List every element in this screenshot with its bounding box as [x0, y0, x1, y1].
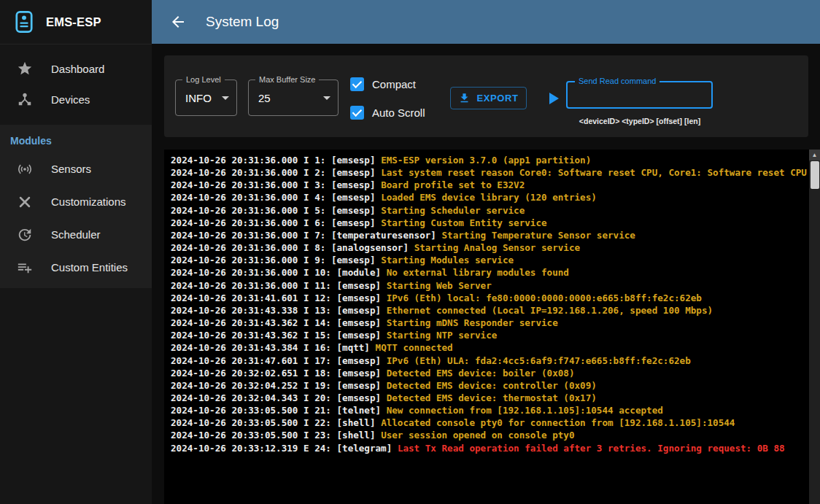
sidebar-item-label: Sensors	[51, 163, 91, 175]
send-play-icon[interactable]	[549, 93, 559, 104]
log-line-message: Detected EMS device: thermostat (0x17)	[387, 392, 597, 403]
log-line-meta: 2024-10-26 20:31:36.000 I 1: [emsesp]	[171, 155, 381, 166]
log-level-value: INFO	[185, 92, 212, 104]
log-line-meta: 2024-10-26 20:31:41.601 I 12: [emsesp]	[171, 292, 387, 303]
log-line-meta: 2024-10-26 20:33:05.500 I 23: [shell]	[171, 430, 381, 441]
log-line-meta: 2024-10-26 20:31:36.000 I 11: [emsesp]	[171, 280, 387, 291]
log-line: 2024-10-26 20:31:36.000 I 3: [emsesp] Bo…	[171, 179, 807, 191]
chevron-down-icon	[222, 96, 229, 100]
sidebar-nav: DashboardDevices	[0, 44, 152, 115]
export-button[interactable]: EXPORT	[450, 87, 527, 109]
update-clock-icon	[17, 227, 33, 243]
scrollbar-thumb[interactable]	[811, 161, 819, 189]
log-line: 2024-10-26 20:32:04.252 I 19: [emsesp] D…	[171, 379, 807, 392]
log-line-meta: 2024-10-26 20:33:05.500 I 21: [telnet]	[171, 405, 387, 416]
compact-option: Compact	[350, 76, 416, 92]
auto-scroll-label: Auto Scroll	[372, 106, 425, 119]
log-line: 2024-10-26 20:33:05.500 I 21: [telnet] N…	[171, 404, 807, 416]
log-line: 2024-10-26 20:31:36.000 I 2: [emsesp] La…	[171, 166, 807, 179]
log-line-meta: 2024-10-26 20:31:36.000 I 5: [emsesp]	[171, 205, 381, 216]
log-line: 2024-10-26 20:33:12.319 E 24: [telegram]…	[171, 442, 807, 454]
log-line: 2024-10-26 20:31:43.362 I 14: [emsesp] S…	[171, 317, 807, 329]
ems-esp-app: EMS-ESP DashboardDevices Modules Sensors…	[0, 0, 820, 504]
log-line-meta: 2024-10-26 20:31:36.000 I 7: [temperatur…	[171, 230, 442, 241]
star-icon	[17, 61, 33, 77]
log-line: 2024-10-26 20:31:41.601 I 12: [emsesp] I…	[171, 292, 807, 304]
log-line-message: Detected EMS device: controller (0x09)	[387, 380, 597, 391]
log-line-meta: 2024-10-26 20:32:04.252 I 19: [emsesp]	[171, 380, 387, 391]
log-line: 2024-10-26 20:31:36.000 I 10: [module] N…	[171, 266, 807, 279]
log-line-message: User session opened on console pty0	[381, 430, 574, 441]
log-line-message: Starting Web Server	[387, 280, 492, 291]
log-line-message: Starting mDNS Responder service	[387, 317, 558, 328]
scrollbar-up-arrow[interactable]: ▲	[809, 150, 820, 160]
log-line-message: Loaded EMS device library (120 entries)	[381, 192, 597, 203]
log-line-message: IPv6 (Eth) local: fe80:0000:0000:0000:e6…	[387, 292, 702, 303]
log-line-meta: 2024-10-26 20:31:36.000 I 10: [module]	[171, 267, 387, 278]
send-read-hint: <deviceID> <typeID> [offset] [len]	[555, 117, 724, 125]
max-buffer-size-select[interactable]: Max Buffer Size 25	[248, 80, 339, 116]
log-line-message: Board profile set to E32V2	[381, 179, 525, 190]
log-line-message: New connection from [192.168.1.105]:1054…	[387, 405, 663, 416]
log-line: 2024-10-26 20:31:36.000 I 5: [emsesp] St…	[171, 204, 807, 217]
log-line-meta: 2024-10-26 20:31:43.362 I 14: [emsesp]	[171, 317, 387, 328]
log-line: 2024-10-26 20:31:47.601 I 17: [emsesp] I…	[171, 354, 807, 367]
sidebar-item-label: Dashboard	[51, 63, 104, 75]
log-line-message: Last system reset reason Core0: Software…	[381, 167, 807, 178]
log-scrollbar[interactable]: ▲	[809, 150, 820, 504]
log-line: 2024-10-26 20:32:02.651 I 18: [emsesp] D…	[171, 367, 807, 379]
back-arrow-icon[interactable]	[169, 13, 187, 31]
log-line-message: Starting NTP service	[387, 330, 498, 341]
modules-section: Modules SensorsCustomizationsSchedulerCu…	[0, 125, 152, 288]
sensors-icon	[17, 161, 33, 177]
max-buffer-size-value: 25	[258, 92, 271, 104]
log-line-meta: 2024-10-26 20:31:36.000 I 8: [analogsens…	[171, 242, 414, 253]
log-line-meta: 2024-10-26 20:31:36.000 I 4: [emsesp]	[171, 192, 381, 203]
log-lines: 2024-10-26 20:31:36.000 I 1: [emsesp] EM…	[171, 154, 807, 454]
sidebar-item-devices[interactable]: Devices	[0, 84, 152, 115]
log-line-message: Detected EMS device: boiler (0x08)	[387, 368, 575, 379]
playlist-add-icon	[17, 260, 33, 276]
sidebar-item-sensors[interactable]: Sensors	[0, 152, 152, 185]
sidebar-item-label: Customizations	[51, 195, 126, 208]
appbar: System Log	[152, 0, 820, 44]
log-line-message: MQTT connected	[376, 342, 453, 353]
log-line-meta: 2024-10-26 20:31:47.601 I 17: [emsesp]	[171, 355, 387, 366]
app-logo-row: EMS-ESP	[0, 0, 152, 44]
log-line-meta: 2024-10-26 20:31:36.000 I 2: [emsesp]	[171, 167, 381, 178]
log-level-label: Log Level	[182, 74, 225, 85]
log-level-select[interactable]: Log Level INFO	[175, 80, 237, 116]
sidebar-item-dashboard[interactable]: Dashboard	[0, 53, 152, 84]
sidebar: EMS-ESP DashboardDevices Modules Sensors…	[0, 0, 152, 504]
send-read-input[interactable]	[568, 82, 711, 107]
log-line: 2024-10-26 20:31:36.000 I 6: [emsesp] St…	[171, 217, 807, 229]
log-line-meta: 2024-10-26 20:33:05.500 I 22: [shell]	[171, 417, 381, 428]
log-line: 2024-10-26 20:32:04.343 I 20: [emsesp] D…	[171, 392, 807, 404]
log-line-message: No external library modules found	[387, 267, 569, 278]
compact-label: Compact	[372, 78, 416, 90]
log-line-message: Allocated console pty0 for connection fr…	[381, 417, 735, 428]
log-line-meta: 2024-10-26 20:32:04.343 I 20: [emsesp]	[171, 392, 387, 403]
log-line-meta: 2024-10-26 20:31:36.000 I 9: [emsesp]	[171, 255, 381, 265]
modules-header: Modules	[0, 125, 152, 152]
log-line-message: EMS-ESP version 3.7.0 (app1 partition)	[381, 155, 591, 166]
chevron-down-icon	[323, 96, 330, 100]
log-line: 2024-10-26 20:33:05.500 I 22: [shell] Al…	[171, 416, 807, 429]
send-read-field: Send Read command	[566, 81, 713, 109]
modules-nav: SensorsCustomizationsSchedulerCustom Ent…	[0, 152, 152, 284]
auto-scroll-option: Auto Scroll	[350, 104, 425, 120]
log-line: 2024-10-26 20:31:43.338 I 13: [emsesp] E…	[171, 304, 807, 317]
sidebar-item-customizations[interactable]: Customizations	[0, 185, 152, 218]
device-hub-icon	[17, 91, 33, 107]
sidebar-item-custom-entities[interactable]: Custom Entities	[0, 251, 152, 284]
sidebar-item-label: Custom Entities	[51, 261, 128, 274]
auto-scroll-checkbox[interactable]	[350, 106, 364, 120]
log-console: 2024-10-26 20:31:36.000 I 1: [emsesp] EM…	[164, 150, 820, 504]
log-line-message: Starting Modules service	[381, 255, 514, 265]
sidebar-item-scheduler[interactable]: Scheduler	[0, 218, 152, 251]
log-line: 2024-10-26 20:31:43.362 I 15: [emsesp] S…	[171, 329, 807, 341]
log-line: 2024-10-26 20:31:36.000 I 9: [emsesp] St…	[171, 254, 807, 266]
log-line: 2024-10-26 20:31:36.000 I 4: [emsesp] Lo…	[171, 191, 807, 203]
tools-icon	[17, 194, 33, 210]
compact-checkbox[interactable]	[350, 77, 364, 91]
